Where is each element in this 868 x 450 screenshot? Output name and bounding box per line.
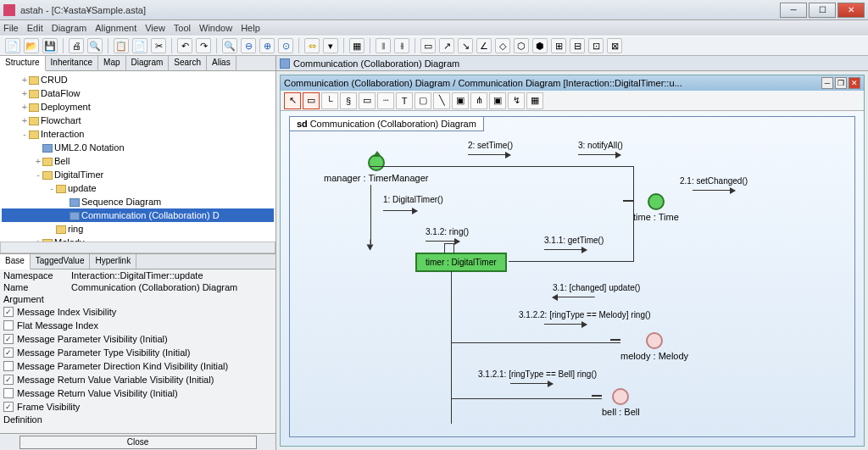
tool-5-icon[interactable]: ▭: [359, 92, 376, 109]
shape9-icon[interactable]: ⊟: [570, 38, 585, 53]
shape7-icon[interactable]: ⬢: [532, 38, 548, 53]
tree-item[interactable]: ring: [2, 222, 274, 236]
checkbox[interactable]: [3, 334, 14, 344]
save-icon[interactable]: 💾: [42, 38, 58, 53]
msg-1[interactable]: 1: DigitalTimer(): [383, 195, 443, 204]
menu-window[interactable]: Window: [199, 23, 232, 33]
inner-close-button[interactable]: ✕: [849, 77, 860, 89]
tool-12-icon[interactable]: ▣: [489, 92, 506, 109]
msg-312[interactable]: 3.1.2: ring(): [426, 227, 469, 236]
checkbox[interactable]: [3, 388, 14, 398]
align2-icon[interactable]: ⫵: [394, 38, 409, 53]
argument-value[interactable]: [71, 294, 272, 304]
checkbox[interactable]: [3, 375, 14, 385]
checkbox[interactable]: [3, 307, 14, 317]
marquee-tool-icon[interactable]: ▭: [303, 92, 320, 109]
tab-hyperlink[interactable]: Hyperlink: [90, 254, 136, 269]
print-icon[interactable]: 🖨: [69, 38, 84, 53]
shape11-icon[interactable]: ⊠: [607, 38, 622, 53]
menu-view[interactable]: View: [145, 23, 165, 33]
msg-3121[interactable]: 3.1.2.1: [ringType == Bell] ring(): [478, 369, 597, 379]
menu-help[interactable]: Help: [241, 23, 260, 33]
undo-icon[interactable]: ↶: [177, 38, 192, 53]
tree-item[interactable]: -update: [2, 181, 274, 195]
zoom-100-icon[interactable]: ⊙: [278, 38, 293, 53]
redo-icon[interactable]: ↷: [196, 38, 211, 53]
msg-31[interactable]: 3.1: [changed] update(): [553, 283, 640, 292]
diagram-tab[interactable]: Communication (Collaboration) Diagram: [276, 56, 868, 71]
tree-h-scrollbar[interactable]: [0, 242, 275, 253]
tool-9-icon[interactable]: ╲: [433, 92, 450, 109]
menu-tool[interactable]: Tool: [174, 23, 191, 33]
checkbox[interactable]: [3, 402, 14, 412]
tree-item[interactable]: Communication (Collaboration) D: [2, 208, 274, 222]
lifeline-melody[interactable]: melody : Melody: [620, 332, 688, 361]
lifeline-bell[interactable]: bell : Bell: [602, 388, 640, 417]
sd-frame[interactable]: sd Communication (Collaboration) Diagram…: [289, 116, 855, 437]
tool-13-icon[interactable]: ↯: [508, 92, 525, 109]
structure-tree[interactable]: +CRUD+DataFlow+Deployment+Flowchart-Inte…: [0, 71, 275, 242]
tool-10-icon[interactable]: ▣: [452, 92, 469, 109]
tree-item[interactable]: -DigitalTimer: [2, 168, 274, 181]
new-icon[interactable]: 📄: [5, 38, 20, 53]
shape3-icon[interactable]: ↘: [458, 38, 473, 53]
shape2-icon[interactable]: ↗: [439, 38, 454, 53]
diagram-canvas[interactable]: sd Communication (Collaboration) Diagram…: [281, 111, 864, 446]
menu-diagram[interactable]: Diagram: [52, 23, 87, 33]
msg-2[interactable]: 2: setTime(): [468, 141, 513, 150]
shape8-icon[interactable]: ⊞: [551, 38, 566, 53]
tree-item[interactable]: +Flowchart: [2, 114, 274, 127]
menu-alignment[interactable]: Alignment: [95, 23, 136, 33]
msg-21[interactable]: 2.1: setChanged(): [680, 176, 748, 186]
tree-item[interactable]: +Deployment: [2, 100, 274, 114]
shape1-icon[interactable]: ▭: [420, 38, 436, 53]
tab-search[interactable]: Search: [169, 56, 207, 70]
inner-restore-button[interactable]: ❐: [835, 77, 847, 89]
tree-item[interactable]: Sequence Diagram: [2, 195, 274, 208]
tool-8-icon[interactable]: ▢: [415, 92, 431, 109]
zoom-in-icon[interactable]: ⊕: [259, 38, 275, 53]
tab-diagram[interactable]: Diagram: [126, 56, 170, 70]
lifeline-manager[interactable]: manager : TimerManager: [324, 154, 429, 183]
tab-base[interactable]: Base: [0, 254, 31, 269]
cut-icon[interactable]: ✂: [151, 38, 166, 53]
dropdown-icon[interactable]: ▾: [323, 38, 338, 53]
checkbox[interactable]: [3, 320, 14, 331]
text-tool-icon[interactable]: T: [396, 92, 413, 109]
tab-structure[interactable]: Structure: [0, 56, 46, 71]
name-value[interactable]: Communication (Collaboration) Diagram: [71, 282, 272, 292]
checkbox[interactable]: [3, 347, 14, 358]
grid-icon[interactable]: ▦: [349, 38, 364, 53]
shape5-icon[interactable]: ◇: [495, 38, 510, 53]
lifeline-time[interactable]: time : Time: [633, 193, 679, 222]
tool-4-icon[interactable]: §: [340, 92, 357, 109]
tool-6-icon[interactable]: ┈: [377, 92, 394, 109]
tool-3-icon[interactable]: └: [321, 92, 338, 109]
tab-alias[interactable]: Alias: [207, 56, 236, 70]
selector-tool-icon[interactable]: ↖: [284, 92, 301, 109]
inner-minimize-button[interactable]: ─: [821, 77, 833, 89]
tab-taggedvalue[interactable]: TaggedValue: [31, 254, 91, 269]
zoom-fit-icon[interactable]: 🔍: [222, 38, 237, 53]
nav-icon[interactable]: ⇔: [304, 38, 320, 53]
checkbox[interactable]: [3, 361, 14, 371]
shape4-icon[interactable]: ∠: [476, 38, 492, 53]
shape6-icon[interactable]: ⬡: [514, 38, 529, 53]
tree-item[interactable]: +Bell: [2, 154, 274, 168]
paste-icon[interactable]: 📄: [132, 38, 147, 53]
tree-item[interactable]: +DataFlow: [2, 86, 274, 100]
tree-item[interactable]: UML2.0 Notation: [2, 141, 274, 154]
tree-item[interactable]: -Interaction: [2, 127, 274, 141]
msg-3[interactable]: 3: notifyAll(): [578, 141, 623, 150]
tool-14-icon[interactable]: ▦: [526, 92, 543, 109]
tab-map[interactable]: Map: [98, 56, 125, 70]
tool-11-icon[interactable]: ⋔: [470, 92, 487, 109]
copy-icon[interactable]: 📋: [114, 38, 129, 53]
tree-item[interactable]: +CRUD: [2, 73, 274, 86]
minimize-button[interactable]: ─: [780, 3, 807, 18]
msg-311[interactable]: 3.1.1: getTime(): [544, 236, 604, 245]
preview-icon[interactable]: 🔍: [87, 38, 103, 53]
align1-icon[interactable]: ⫴: [376, 38, 391, 53]
open-icon[interactable]: 📂: [24, 38, 39, 53]
menu-file[interactable]: File: [3, 23, 19, 33]
